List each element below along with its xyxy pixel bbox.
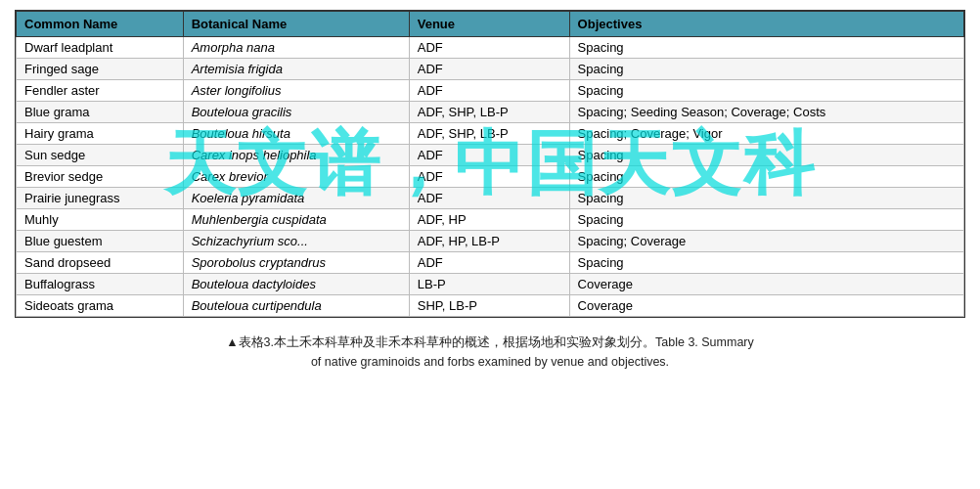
table-cell: Spacing xyxy=(569,188,963,209)
table-cell: Coverage xyxy=(569,295,963,317)
data-table: Common Name Botanical Name Venue Objecti… xyxy=(16,11,964,317)
table-cell: ADF xyxy=(409,145,569,166)
table-cell: Blue grama xyxy=(17,102,184,123)
table-cell: Muhly xyxy=(17,209,184,231)
table-cell: Muhlenbergia cuspidata xyxy=(183,209,409,231)
table-cell: Fringed sage xyxy=(17,59,184,80)
col-header-venue: Venue xyxy=(409,12,569,37)
table-cell: Spacing xyxy=(569,209,963,231)
col-header-objectives: Objectives xyxy=(569,12,963,37)
table-row: Dwarf leadplantAmorpha nanaADFSpacing xyxy=(17,37,964,59)
table-cell: Schizachyrium sco... xyxy=(183,231,409,252)
table-cell: Prairie junegrass xyxy=(17,188,184,209)
table-cell: ADF xyxy=(409,166,569,188)
table-cell: ADF, SHP, LB-P xyxy=(409,102,569,123)
table-cell: Sand dropseed xyxy=(17,252,184,274)
table-header: Common Name Botanical Name Venue Objecti… xyxy=(17,12,964,37)
table-cell: Bouteloua curtipendula xyxy=(183,295,409,317)
table-cell: Carex brevior xyxy=(183,166,409,188)
table-cell: Artemisia frigida xyxy=(183,59,409,80)
table-cell: SHP, LB-P xyxy=(409,295,569,317)
table-cell: ADF xyxy=(409,37,569,59)
table-cell: ADF, SHP, LB-P xyxy=(409,123,569,145)
caption-line2: of native graminoids and forbs examined … xyxy=(34,352,946,372)
table-row: Blue gramaBouteloua gracilisADF, SHP, LB… xyxy=(17,102,964,123)
table-cell: Amorpha nana xyxy=(183,37,409,59)
table-cell: Spacing; Seeding Season; Coverage; Costs xyxy=(569,102,963,123)
table-row: Fringed sageArtemisia frigidaADFSpacing xyxy=(17,59,964,80)
table-cell: Spacing xyxy=(569,59,963,80)
col-header-botanical-name: Botanical Name xyxy=(183,12,409,37)
table-cell: Blue guestem xyxy=(17,231,184,252)
table-cell: Spacing; Coverage; Vigor xyxy=(569,123,963,145)
caption-line1: ▲表格3.本土禾本科草种及非禾本科草种的概述，根据场地和实验对象划分。Table… xyxy=(34,333,946,352)
table-row: Sand dropseedSporobolus cryptandrusADFSp… xyxy=(17,252,964,274)
table-cell: Spacing xyxy=(569,37,963,59)
table-cell: ADF, HP xyxy=(409,209,569,231)
table-cell: Sideoats grama xyxy=(17,295,184,317)
header-row: Common Name Botanical Name Venue Objecti… xyxy=(17,12,964,37)
table-cell: Bouteloua gracilis xyxy=(183,102,409,123)
table-cell: ADF xyxy=(409,80,569,102)
table-row: Sun sedgeCarex inops heliophilaADFSpacin… xyxy=(17,145,964,166)
table-row: Blue guestemSchizachyrium sco...ADF, HP,… xyxy=(17,231,964,252)
table-cell: Aster longifolius xyxy=(183,80,409,102)
table-cell: ADF xyxy=(409,188,569,209)
table-cell: Spacing xyxy=(569,166,963,188)
table-caption: ▲表格3.本土禾本科草种及非禾本科草种的概述，根据场地和实验对象划分。Table… xyxy=(15,333,965,372)
table-container: 天文谱，中国天文科 Common Name Botanical Name Ven… xyxy=(15,10,965,318)
table-body: Dwarf leadplantAmorpha nanaADFSpacingFri… xyxy=(17,37,964,317)
table-row: Prairie junegrassKoeleria pyramidataADFS… xyxy=(17,188,964,209)
table-cell: Coverage xyxy=(569,274,963,295)
table-row: BuffalograssBouteloua dactyloidesLB-PCov… xyxy=(17,274,964,295)
table-cell: Sporobolus cryptandrus xyxy=(183,252,409,274)
table-cell: ADF xyxy=(409,59,569,80)
table-cell: LB-P xyxy=(409,274,569,295)
table-cell: Spacing; Coverage xyxy=(569,231,963,252)
col-header-common-name: Common Name xyxy=(17,12,184,37)
table-row: Hairy gramaBouteloua hirsutaADF, SHP, LB… xyxy=(17,123,964,145)
table-row: Fendler asterAster longifoliusADFSpacing xyxy=(17,80,964,102)
table-cell: Koeleria pyramidata xyxy=(183,188,409,209)
table-cell: Buffalograss xyxy=(17,274,184,295)
table-cell: Spacing xyxy=(569,80,963,102)
table-cell: Hairy grama xyxy=(17,123,184,145)
table-cell: ADF xyxy=(409,252,569,274)
table-cell: Spacing xyxy=(569,145,963,166)
table-cell: Sun sedge xyxy=(17,145,184,166)
table-cell: Bouteloua dactyloides xyxy=(183,274,409,295)
table-cell: Carex inops heliophila xyxy=(183,145,409,166)
table-cell: Brevior sedge xyxy=(17,166,184,188)
table-row: Sideoats gramaBouteloua curtipendulaSHP,… xyxy=(17,295,964,317)
table-row: MuhlyMuhlenbergia cuspidataADF, HPSpacin… xyxy=(17,209,964,231)
table-cell: ADF, HP, LB-P xyxy=(409,231,569,252)
table-cell: Spacing xyxy=(569,252,963,274)
table-row: Brevior sedgeCarex breviorADFSpacing xyxy=(17,166,964,188)
table-cell: Dwarf leadplant xyxy=(17,37,184,59)
table-cell: Fendler aster xyxy=(17,80,184,102)
table-cell: Bouteloua hirsuta xyxy=(183,123,409,145)
